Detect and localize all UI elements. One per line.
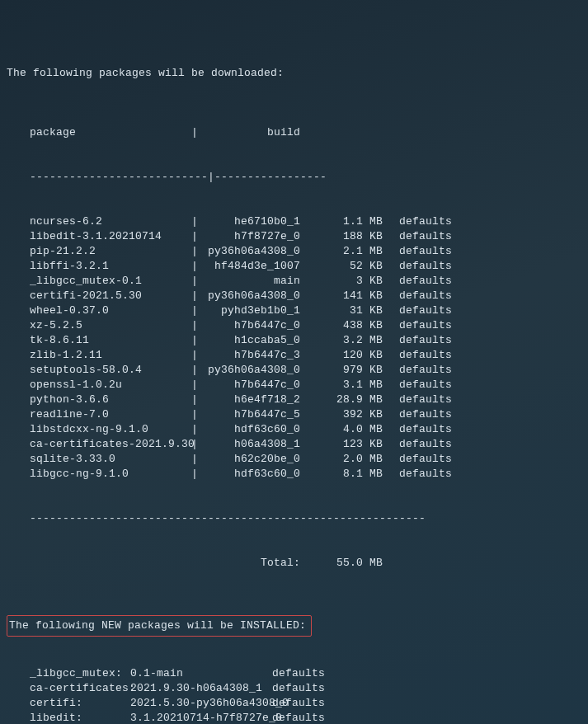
package-name: libgcc-ng-9.1.0 [7,467,191,482]
package-channel: defaults [389,437,455,452]
package-name: libffi-3.2.1 [7,259,191,274]
package-name: ncurses-6.2 [7,214,191,229]
package-name: setuptools-58.0.4 [7,363,191,378]
build-string: main [203,274,307,289]
package-channel: defaults [389,393,455,407]
install-row: ca-certificates:2021.9.30-h06a4308_1defa… [7,681,581,696]
download-row: libgcc-ng-9.1.0|hdf63c60_08.1 MBdefaults [7,467,581,482]
build-string: h6e4f718_2 [203,393,307,407]
build-header: build [203,125,307,140]
build-string: hdf63c60_0 [203,422,307,437]
row-separator: | [191,274,203,289]
install-table-body: _libgcc_mutex:0.1-maindefaultsca-certifi… [7,666,581,724]
row-separator: | [191,348,203,363]
package-name: libstdcxx-ng-9.1.0 [7,422,191,437]
package-channel: defaults [389,229,455,244]
download-row: readline-7.0|h7b6447c_5392 KBdefaults [7,407,581,422]
install-package-name: ca-certificates: [7,681,130,696]
total-row: Total: 55.0 MB [7,556,581,571]
row-separator: | [191,467,203,482]
package-channel: defaults [389,274,455,289]
row-separator: | [191,318,203,333]
build-string: h7b6447c_0 [203,378,307,393]
row-separator: | [191,452,203,467]
package-channel: defaults [389,289,455,303]
package-size: 438 KB [307,318,389,333]
build-string: he6710b0_1 [203,214,307,229]
package-channel: defaults [389,378,455,393]
build-string: hf484d3e_1007 [203,259,307,274]
package-channel: defaults [389,333,455,348]
download-row: libstdcxx-ng-9.1.0|hdf63c60_04.0 MBdefau… [7,422,581,437]
download-row: zlib-1.2.11|h7b6447c_3120 KBdefaults [7,348,581,363]
download-row: xz-5.2.5|h7b6447c_0438 KBdefaults [7,318,581,333]
download-row: _libgcc_mutex-0.1|main3 KBdefaults [7,274,581,289]
build-string: pyhd3eb1b0_1 [203,303,307,318]
install-channel: defaults [272,681,338,696]
total-size: 55.0 MB [307,556,389,571]
package-size: 31 KB [307,303,389,318]
download-row: python-3.6.6|h6e4f718_228.9 MBdefaults [7,393,581,407]
package-channel: defaults [389,244,455,259]
package-name: openssl-1.0.2u [7,378,191,393]
package-channel: defaults [389,259,455,274]
package-channel: defaults [389,303,455,318]
package-size: 2.1 MB [307,244,389,259]
row-separator: | [191,437,203,452]
install-version: 2021.9.30-h06a4308_1 [130,681,272,696]
package-name: wheel-0.37.0 [7,303,191,318]
download-row: setuptools-58.0.4|py36h06a4308_0979 KBde… [7,363,581,378]
package-size: 3.2 MB [307,333,389,348]
row-separator: | [191,422,203,437]
package-size: 3.1 MB [307,378,389,393]
package-name: certifi-2021.5.30 [7,289,191,303]
package-channel: defaults [389,407,455,422]
download-row: ca-certificates-2021.9.30|h06a4308_1123 … [7,437,581,452]
install-package-name: _libgcc_mutex: [7,666,130,681]
package-name: _libgcc_mutex-0.1 [7,274,191,289]
build-string: h7b6447c_3 [203,348,307,363]
install-channel: defaults [272,711,338,724]
download-section-title: The following packages will be downloade… [7,66,581,81]
package-name: xz-5.2.5 [7,318,191,333]
row-separator: | [191,363,203,378]
package-name: readline-7.0 [7,407,191,422]
package-channel: defaults [389,318,455,333]
build-string: h62c20be_0 [203,452,307,467]
build-string: py36h06a4308_0 [203,289,307,303]
package-channel: defaults [389,363,455,378]
package-size: 2.0 MB [307,452,389,467]
package-size: 4.0 MB [307,422,389,437]
download-row: pip-21.2.2|py36h06a4308_02.1 MBdefaults [7,244,581,259]
package-size: 979 KB [307,363,389,378]
install-package-name: certifi: [7,696,130,711]
package-size: 8.1 MB [307,467,389,482]
install-row: _libgcc_mutex:0.1-maindefaults [7,666,581,681]
build-string: h1ccaba5_0 [203,333,307,348]
download-row: libedit-3.1.20210714|h7f8727e_0188 KBdef… [7,229,581,244]
build-string: py36h06a4308_0 [203,363,307,378]
row-separator: | [191,229,203,244]
package-channel: defaults [389,214,455,229]
row-separator: | [191,259,203,274]
build-string: hdf63c60_0 [203,467,307,482]
total-label: Total: [7,556,307,571]
package-name: zlib-1.2.11 [7,348,191,363]
download-table-body: ncurses-6.2|he6710b0_11.1 MBdefaultslibe… [7,214,581,482]
header-divider: ---------------------------|------------… [7,170,581,185]
package-size: 1.1 MB [307,214,389,229]
download-row: sqlite-3.33.0|h62c20be_02.0 MBdefaults [7,452,581,467]
install-section-title: The following NEW packages will be INSTA… [9,619,306,632]
build-string: h06a4308_1 [203,437,307,452]
package-channel: defaults [389,452,455,467]
download-row: libffi-3.2.1|hf484d3e_100752 KBdefaults [7,259,581,274]
package-size: 28.9 MB [307,393,389,407]
header-separator: | [191,125,203,140]
install-package-name: libedit: [7,711,130,724]
download-row: ncurses-6.2|he6710b0_11.1 MBdefaults [7,214,581,229]
row-separator: | [191,378,203,393]
row-separator: | [191,244,203,259]
row-separator: | [191,407,203,422]
download-row: tk-8.6.11|h1ccaba5_03.2 MBdefaults [7,333,581,348]
package-channel: defaults [389,348,455,363]
